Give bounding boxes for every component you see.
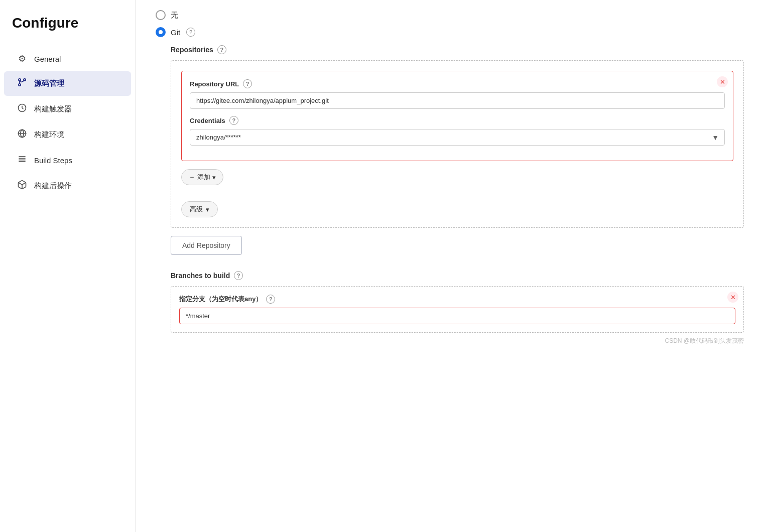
globe-icon	[16, 128, 28, 141]
box-icon	[16, 180, 28, 192]
git-section: Repositories ? ✕ Repository URL ? Creden…	[171, 45, 744, 345]
radio-none-label: 无	[171, 11, 178, 20]
svg-point-1	[19, 84, 21, 86]
radio-group: 无 Git ?	[156, 10, 744, 37]
repositories-section-label: Repositories ?	[171, 45, 744, 54]
add-credential-button[interactable]: ＋ 添加 ▾	[181, 169, 223, 185]
sidebar-item-label: General	[34, 55, 61, 63]
credentials-help-icon[interactable]: ?	[229, 116, 238, 125]
radio-option-git[interactable]: Git ?	[156, 27, 744, 37]
branch-input[interactable]	[179, 308, 735, 324]
repositories-container: ✕ Repository URL ? Credentials ? zhilong…	[171, 60, 744, 228]
sidebar-item-label: 构建触发器	[34, 104, 72, 114]
sidebar-item-build-triggers[interactable]: 构建触发器	[4, 97, 131, 121]
radio-git-circle[interactable]	[156, 27, 166, 37]
chevron-down-icon: ▾	[206, 206, 209, 213]
sidebar-item-general[interactable]: ⚙ General	[4, 47, 131, 70]
branches-container: ✕ 指定分支（为空时代表any） ?	[171, 286, 744, 333]
dropdown-arrow-icon: ▾	[212, 174, 216, 181]
source-control-icon	[16, 77, 28, 90]
sidebar-item-label: 构建环境	[34, 130, 64, 140]
credentials-select[interactable]: zhilongya/******	[190, 129, 725, 146]
sidebar-item-build-steps[interactable]: Build Steps	[4, 148, 131, 173]
branches-section-label: Branches to build ?	[171, 271, 744, 280]
plus-icon: ＋	[189, 173, 195, 182]
sidebar-item-label: Build Steps	[34, 156, 72, 165]
main-content: 无 Git ? Repositories ? ✕ Repository URL …	[136, 0, 764, 532]
credentials-select-wrapper: zhilongya/****** ▼	[190, 129, 725, 146]
advanced-label: 高级	[190, 205, 203, 214]
sidebar: Configure ⚙ General 源码管理 构建触发器	[0, 0, 136, 532]
credentials-field-label: Credentials ?	[190, 116, 725, 125]
repo-card: ✕ Repository URL ? Credentials ? zhilong…	[181, 71, 733, 161]
list-icon	[16, 154, 28, 167]
radio-option-none[interactable]: 无	[156, 10, 744, 20]
git-help-icon[interactable]: ?	[186, 28, 195, 37]
branches-help-icon[interactable]: ?	[234, 271, 243, 280]
sidebar-item-post-build[interactable]: 构建后操作	[4, 174, 131, 198]
page-title: Configure	[0, 15, 135, 46]
repo-url-input[interactable]	[190, 92, 725, 109]
branch-field-label: 指定分支（为空时代表any） ?	[179, 295, 735, 304]
advanced-button[interactable]: 高级 ▾	[181, 201, 218, 217]
branch-close-button[interactable]: ✕	[727, 292, 738, 303]
watermark: CSDN @敢代码敲到头发茂密	[171, 333, 744, 345]
svg-point-0	[19, 79, 21, 81]
repositories-help-icon[interactable]: ?	[217, 45, 226, 54]
clock-icon	[16, 103, 28, 115]
sidebar-item-label: 构建后操作	[34, 181, 72, 191]
repo-url-field-label: Repository URL ?	[190, 79, 725, 88]
sidebar-item-label: 源码管理	[34, 79, 64, 88]
radio-git-label: Git	[171, 28, 180, 37]
sidebar-item-build-env[interactable]: 构建环境	[4, 122, 131, 147]
sidebar-item-source-control[interactable]: 源码管理	[4, 71, 131, 96]
repo-url-help-icon[interactable]: ?	[243, 79, 252, 88]
radio-none-circle[interactable]	[156, 10, 166, 20]
add-repository-button[interactable]: Add Repository	[171, 236, 242, 255]
branch-label-help-icon[interactable]: ?	[266, 295, 275, 304]
add-label: 添加	[197, 173, 210, 182]
repo-card-close-button[interactable]: ✕	[717, 76, 728, 87]
gear-icon: ⚙	[16, 53, 28, 64]
